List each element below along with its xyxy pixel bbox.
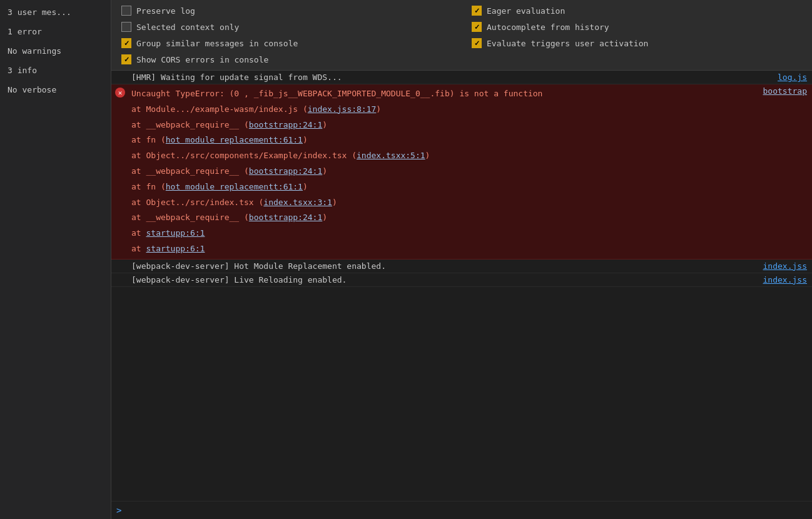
stack-line-9: at startupp:6:1 bbox=[131, 241, 756, 257]
preserve-log-label: Preserve log bbox=[136, 6, 195, 16]
stack-link-9[interactable]: startupp:6:1 bbox=[146, 244, 205, 253]
sidebar-label: 3 user mes... bbox=[8, 8, 71, 17]
sidebar: 3 user mes... 1 error No warnings 3 info… bbox=[0, 0, 111, 519]
sidebar-label: No warnings bbox=[8, 46, 61, 56]
stack-line-2: at fn (hot module replacementt:61:1) bbox=[131, 133, 756, 148]
error-title: Uncaught TypeError: (0 , _fib_js__WEBPAC… bbox=[131, 86, 756, 102]
error-icon-container: ✕ bbox=[111, 84, 129, 98]
sidebar-item-verbose[interactable]: No verbose bbox=[0, 80, 111, 99]
main-panel: Preserve log Eager evaluation Selected c… bbox=[111, 0, 812, 519]
preserve-log-option[interactable]: Preserve log bbox=[121, 4, 452, 18]
stack-link-5[interactable]: hot module replacementt:61:1 bbox=[166, 182, 303, 191]
hmr-enabled-source[interactable]: index.jss bbox=[758, 260, 812, 273]
sidebar-item-warnings[interactable]: No warnings bbox=[0, 41, 111, 61]
preserve-log-checkbox[interactable] bbox=[121, 6, 131, 16]
error-source[interactable]: bootstrap bbox=[758, 84, 812, 98]
autocomplete-checkbox[interactable] bbox=[472, 22, 482, 32]
hmr-message: [HMR] Waiting for update signal from WDS… bbox=[129, 71, 773, 84]
eval-triggers-checkbox[interactable] bbox=[472, 38, 482, 48]
stack-line-7: at __webpack_require__ (bootstrapp:24:1) bbox=[131, 210, 756, 226]
eager-eval-label: Eager evaluation bbox=[487, 6, 565, 16]
hmr-source[interactable]: log.js bbox=[773, 71, 812, 84]
eager-eval-checkbox[interactable] bbox=[472, 6, 482, 16]
selected-context-option[interactable]: Selected context only bbox=[121, 20, 452, 34]
live-reload-message: [webpack-dev-server] Live Reloading enab… bbox=[129, 273, 758, 286]
stack-line-3: at Object../src/components/Example/index… bbox=[131, 148, 756, 164]
error-circle-icon: ✕ bbox=[115, 88, 125, 98]
stack-line-4: at __webpack_require__ (bootstrapp:24:1) bbox=[131, 164, 756, 179]
group-similar-checkbox[interactable] bbox=[121, 38, 131, 48]
prompt-arrow-icon: > bbox=[116, 505, 121, 515]
selected-context-label: Selected context only bbox=[136, 23, 239, 32]
show-cors-checkbox[interactable] bbox=[121, 54, 131, 64]
info-icon bbox=[111, 71, 129, 73]
selected-context-checkbox[interactable] bbox=[121, 22, 131, 32]
sidebar-label: No verbose bbox=[8, 85, 56, 94]
console-output: [HMR] Waiting for update signal from WDS… bbox=[111, 71, 812, 501]
autocomplete-label: Autocomplete from history bbox=[487, 23, 609, 32]
info-icon-2 bbox=[111, 260, 129, 262]
options-bar: Preserve log Eager evaluation Selected c… bbox=[111, 0, 812, 71]
error-content: Uncaught TypeError: (0 , _fib_js__WEBPAC… bbox=[129, 84, 758, 259]
eval-triggers-label: Evaluate triggers user activation bbox=[487, 39, 648, 48]
sidebar-label: 3 info bbox=[8, 66, 37, 75]
hmr-enabled-message: [webpack-dev-server] Hot Module Replacem… bbox=[129, 260, 758, 273]
stack-link-2[interactable]: hot module replacementt:61:1 bbox=[166, 135, 303, 144]
stack-line-8: at startupp:6:1 bbox=[131, 226, 756, 241]
console-input[interactable] bbox=[126, 506, 807, 515]
sidebar-item-user-messages[interactable]: 3 user mes... bbox=[0, 3, 111, 22]
eval-triggers-option[interactable]: Evaluate triggers user activation bbox=[472, 36, 802, 50]
stack-line-6: at Object../src/index.tsx (index.tsxx:3:… bbox=[131, 195, 756, 211]
group-similar-option[interactable]: Group similar messages in console bbox=[121, 36, 452, 50]
stack-link-7[interactable]: bootstrapp:24:1 bbox=[249, 213, 322, 222]
stack-link-6[interactable]: index.tsxx:3:1 bbox=[263, 198, 332, 207]
stack-line-0: at Module.../example-wasm/index.js (inde… bbox=[131, 102, 756, 118]
stack-link-1[interactable]: bootstrapp:24:1 bbox=[249, 120, 322, 129]
show-cors-option[interactable]: Show CORS errors in console bbox=[121, 53, 452, 66]
stack-link-0[interactable]: index.jss:8:17 bbox=[308, 104, 377, 114]
console-input-row: > bbox=[111, 501, 812, 519]
autocomplete-option[interactable]: Autocomplete from history bbox=[472, 20, 802, 34]
sidebar-item-info[interactable]: 3 info bbox=[0, 61, 111, 80]
eager-eval-option[interactable]: Eager evaluation bbox=[472, 4, 802, 18]
sidebar-label: 1 error bbox=[8, 27, 42, 36]
show-cors-label: Show CORS errors in console bbox=[136, 55, 268, 64]
console-row-hmr: [HMR] Waiting for update signal from WDS… bbox=[111, 71, 812, 84]
stack-line-5: at fn (hot module replacementt:61:1) bbox=[131, 179, 756, 195]
console-row-hmr-enabled: [webpack-dev-server] Hot Module Replacem… bbox=[111, 260, 812, 273]
console-row-live-reload: [webpack-dev-server] Live Reloading enab… bbox=[111, 273, 812, 287]
console-row-error: ✕ Uncaught TypeError: (0 , _fib_js__WEBP… bbox=[111, 84, 812, 260]
info-icon-3 bbox=[111, 273, 129, 276]
live-reload-source[interactable]: index.jss bbox=[758, 273, 812, 286]
sidebar-item-errors[interactable]: 1 error bbox=[0, 22, 111, 41]
group-similar-label: Group similar messages in console bbox=[136, 39, 298, 48]
stack-link-4[interactable]: bootstrapp:24:1 bbox=[249, 166, 322, 176]
stack-link-3[interactable]: index.tsxx:5:1 bbox=[357, 151, 425, 160]
stack-line-1: at __webpack_require__ (bootstrapp:24:1) bbox=[131, 118, 756, 133]
stack-link-8[interactable]: startupp:6:1 bbox=[146, 228, 205, 238]
